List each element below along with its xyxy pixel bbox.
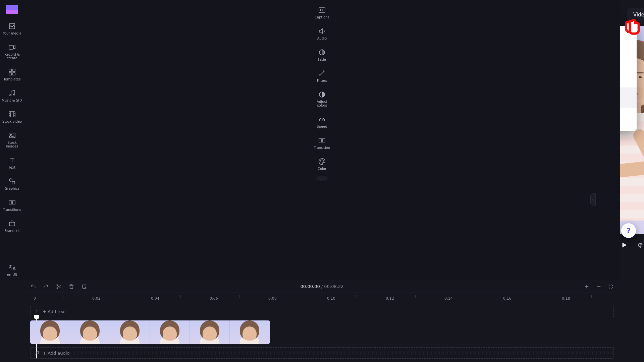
sidebar-item-record[interactable]: Record & create <box>0 40 24 63</box>
app-logo <box>6 5 18 14</box>
zoom-fit-button[interactable] <box>608 284 614 290</box>
timeline-toolbar: 00:00.00 / 00:08.22 <box>24 280 620 293</box>
ruler-tick: 0:10 <box>327 296 335 301</box>
sidebar-item-graphics[interactable]: Graphics <box>0 174 24 194</box>
ruler-minor-tick <box>415 295 416 298</box>
sidebar-item-your-media[interactable]: Your media <box>0 19 24 39</box>
zoom-out-button[interactable] <box>596 284 602 290</box>
cc-icon <box>318 6 326 14</box>
sidebar-item-captions[interactable]: Captions <box>310 3 334 22</box>
svg-point-23 <box>323 161 324 161</box>
clip-thumbnail <box>70 320 110 344</box>
sidebar-item-transition[interactable]: Transition <box>310 133 334 153</box>
sidebar-item-text[interactable]: Text <box>0 153 24 173</box>
fade-icon <box>318 48 326 56</box>
sidebar-item-audio[interactable]: Audio <box>310 24 334 44</box>
film-icon <box>8 110 16 118</box>
video-clip[interactable] <box>30 320 270 344</box>
play-button[interactable] <box>621 241 628 249</box>
time-current: 00:00.00 <box>301 284 320 289</box>
clip-thumbnail <box>150 320 190 344</box>
svg-rect-14 <box>12 201 15 204</box>
transition-icon <box>318 136 326 144</box>
ruler-tick: 0:06 <box>210 296 218 301</box>
gauge-icon <box>318 115 326 123</box>
sidebar-item-fade[interactable]: Fade <box>310 45 334 65</box>
svg-rect-12 <box>12 181 15 184</box>
wand-icon <box>318 69 326 77</box>
ruler-minor-tick <box>533 295 533 298</box>
text-icon <box>8 156 16 164</box>
help-label: ? <box>627 227 631 235</box>
ruler-minor-tick <box>357 295 357 298</box>
crop-button[interactable] <box>81 284 87 290</box>
ruler-tick: 0:14 <box>444 296 453 301</box>
scroll-right-sidebar-button[interactable]: ⌄ <box>316 176 328 181</box>
svg-point-6 <box>10 95 11 96</box>
music-icon <box>8 89 16 97</box>
timeline: 00:00.00 / 00:08.22 00:020:040:060:080:1… <box>24 280 620 362</box>
record-icon <box>8 43 16 51</box>
sidebar-item-label: Speed <box>317 125 327 128</box>
text-track-placeholder[interactable]: + Add text <box>30 306 614 317</box>
sidebar-item-stock-images[interactable]: Stock images <box>0 128 24 152</box>
ruler-tick: 0:08 <box>268 296 277 301</box>
time-ruler[interactable]: 00:020:040:060:080:100:120:140:160:18 <box>24 293 620 303</box>
expand-right-panel-button[interactable]: ‹ <box>590 193 596 205</box>
clip-thumbnail <box>30 320 70 344</box>
shapes-icon <box>8 177 16 185</box>
locale-label: en-US <box>7 273 17 277</box>
split-button[interactable] <box>56 284 62 290</box>
help-button[interactable]: ? <box>621 223 636 238</box>
zoom-in-button[interactable] <box>584 284 590 290</box>
ruler-minor-tick <box>63 295 63 298</box>
locale-switcher[interactable]: en-US <box>0 260 24 280</box>
ruler-minor-tick <box>239 295 239 298</box>
forward-5-button[interactable]: 5 <box>637 242 643 248</box>
svg-point-21 <box>320 161 321 161</box>
svg-rect-20 <box>322 139 325 142</box>
ruler-tick: 0:18 <box>562 296 570 301</box>
sidebar-item-adjust-colors[interactable]: Adjust colors <box>310 87 334 111</box>
audio-track-placeholder[interactable]: + Add audio <box>30 347 614 359</box>
sidebar-item-templates[interactable]: Templates <box>0 65 24 84</box>
sidebar-item-speed[interactable]: Speed <box>310 112 334 132</box>
forward-amount: 5 <box>637 242 643 248</box>
svg-rect-13 <box>9 201 12 204</box>
sidebar-item-label: Graphics <box>5 187 19 190</box>
sidebar-item-color[interactable]: Color <box>310 154 334 174</box>
sidebar-item-brand-kit[interactable]: Brand kit <box>0 216 24 236</box>
contrast-icon <box>318 90 326 99</box>
svg-rect-8 <box>9 112 15 117</box>
image-icon <box>8 131 16 139</box>
stage: Video Switch to a new plan Export <box>620 0 644 259</box>
clip-thumbnail <box>230 320 270 344</box>
templates-icon <box>8 68 16 76</box>
ruler-minor-tick <box>298 295 298 298</box>
sidebar-item-stock-video[interactable]: Stock video <box>0 107 24 127</box>
sidebar-item-label: Your media <box>3 32 21 35</box>
project-title-label: Video <box>633 12 644 18</box>
sidebar-item-label: Captions <box>315 15 329 19</box>
sidebar-item-music[interactable]: Music & SFX <box>0 86 24 106</box>
sidebar-item-transitions[interactable]: Transitions <box>0 195 24 215</box>
redo-button[interactable] <box>43 284 49 290</box>
project-title[interactable]: Video <box>627 8 644 21</box>
ruler-tick: 0:16 <box>503 296 512 301</box>
left-sidebar: Your media Record & create Templates Mus… <box>0 0 24 280</box>
transition-icon <box>8 198 16 206</box>
time-total: 00:08.22 <box>324 284 343 289</box>
clip-thumbnail <box>190 320 230 344</box>
delete-button[interactable] <box>68 284 74 290</box>
sidebar-item-label: Music & SFX <box>2 99 22 102</box>
undo-button[interactable] <box>30 284 36 290</box>
ruler-tick: 0:12 <box>386 296 394 301</box>
sidebar-item-filters[interactable]: Filters <box>310 66 334 86</box>
video-track[interactable] <box>30 320 614 344</box>
ruler-tick: 0 <box>34 296 36 301</box>
sidebar-item-label: Brand kit <box>4 229 19 233</box>
locale-icon <box>8 263 16 272</box>
sidebar-item-label: Adjust colors <box>312 100 332 107</box>
svg-rect-26 <box>83 285 86 288</box>
sidebar-item-label: Audio <box>317 37 327 40</box>
